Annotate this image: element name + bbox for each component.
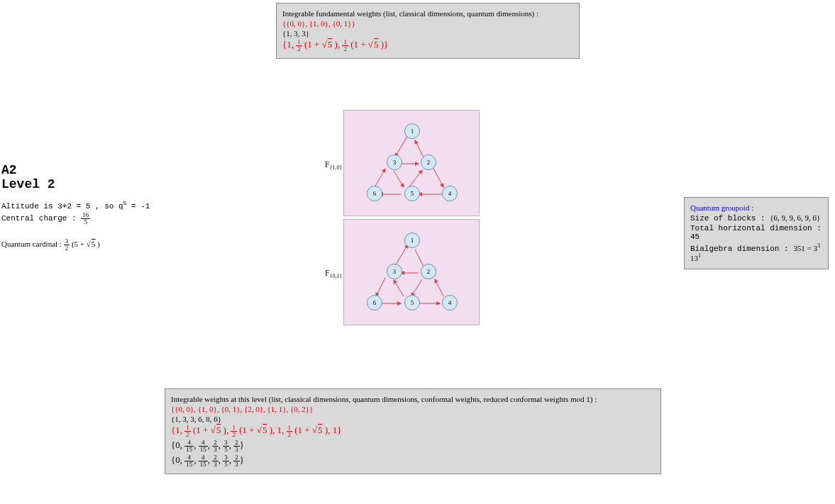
graph-f01: 1 2 3 4 5 6: [343, 219, 480, 325]
f01-sub: {0,1}: [330, 273, 343, 279]
iw-r-f-d: 3: [233, 461, 240, 468]
iw-c-a: 0: [175, 439, 180, 450]
svg-line-12: [394, 280, 404, 296]
central-charge-line: Central charge : 165: [1, 212, 186, 225]
iw-quantum: {1, 12 (1 + √5 ), 12 (1 + √5 ), 1, 12 (1…: [171, 425, 655, 438]
iw-r-e-d: 5: [223, 461, 229, 468]
qg-bialg-base: 351 = 3: [793, 244, 817, 252]
node-5: 5: [404, 186, 420, 201]
iw-r-a: 0: [175, 454, 180, 465]
iw-r-b-d: 15: [184, 461, 194, 468]
iw-c-e-d: 5: [223, 447, 229, 453]
integrable-weights-box: Integrable weights at this level (list, …: [165, 388, 661, 474]
qg-thd: Total horizontal dimension : 45: [690, 224, 822, 241]
iw-r-d-d: 3: [212, 461, 219, 468]
qg-thd-val: 45: [690, 233, 699, 241]
quantum-groupoid-box: Quantum groupoid : Size of blocks : {6, …: [684, 197, 829, 269]
iw-c-b-d: 15: [184, 447, 194, 453]
qc-inner: 5: [74, 240, 79, 248]
qg-bialg-mid: 13: [690, 254, 698, 262]
iw-c-c-d: 15: [199, 447, 208, 453]
node-4: 4: [442, 186, 458, 201]
left-panel: A2 Level 2 Altitude is 3+2 = 5 , so q5 =…: [1, 163, 186, 253]
f01-sym: F: [325, 268, 330, 278]
qg-bialg-e2: 1: [698, 253, 701, 259]
graph-f10: 1 2 3 4 5 6: [343, 110, 480, 216]
altitude-rhs: = -1: [126, 202, 150, 211]
graphs-container: 1 2 3 4 5 6 1 2 3 4 5 6: [343, 110, 482, 328]
svg-line-14: [435, 279, 443, 296]
qg-header: Quantum groupoid :: [690, 203, 822, 212]
iw-r-c-d: 15: [199, 461, 208, 468]
node-1: 1: [404, 123, 420, 139]
node-6: 6: [367, 186, 382, 201]
qg-thd-label: Total horizontal dimension :: [690, 224, 822, 233]
quantum-cardinal-line: Quantum cardinal : 32 (5 + √5 ): [1, 238, 186, 252]
node-6b: 6: [367, 295, 382, 310]
cc-den: 5: [81, 219, 90, 225]
title-a2: A2: [1, 163, 186, 177]
svg-line-9: [395, 245, 408, 266]
qg-blocks-label: Size of blocks :: [690, 214, 770, 223]
qg-blocks: Size of blocks : {6, 9, 9, 6, 9, 6}: [690, 213, 822, 223]
svg-line-13: [411, 279, 422, 296]
fw-classical: {1, 3, 3}: [282, 29, 573, 38]
node-2b: 2: [421, 264, 436, 279]
qg-bialg: Bialgebra dimension : 351 = 33 131: [690, 242, 822, 263]
fw-quantum: {1, 12 (1 + √5 ), 12 (1 + √5 )}: [282, 39, 573, 52]
cc-label: Central charge :: [1, 214, 81, 223]
fw-list: {{0, 0}, {1, 0}, {0, 1}}: [282, 19, 573, 28]
qg-bialg-label: Bialgebra dimension :: [690, 245, 793, 253]
iw-c-f-d: 3: [233, 447, 240, 453]
fw-header: Integrable fundamental weights (list, cl…: [282, 9, 573, 18]
svg-line-17: [376, 278, 385, 296]
f10-sym: F: [325, 159, 330, 169]
qc-sqrt: 5: [91, 240, 96, 248]
svg-line-5: [433, 167, 443, 187]
graph-label-f01: F{0,1}: [325, 268, 342, 279]
iw-c-d-d: 3: [212, 447, 219, 453]
iw-conformal: {0, 415, 415, 23, 35, 23}: [171, 439, 655, 453]
node-2: 2: [421, 155, 436, 170]
qc-label: Quantum cardinal :: [1, 240, 64, 248]
altitude-line: Altitude is 3+2 = 5 , so q5 = -1: [1, 200, 186, 211]
iw-list: {{0, 0}, {1, 0}, {0, 1}, {2, 0}, {1, 1},…: [171, 405, 655, 413]
qg-bialg-e1: 3: [817, 242, 820, 249]
node-1b: 1: [404, 233, 420, 248]
svg-line-0: [395, 135, 408, 157]
qc-den: 2: [64, 245, 70, 252]
graph-label-f10: F{1,0}: [325, 159, 342, 171]
title-level: Level 2: [1, 177, 186, 191]
qg-blocks-val: {6, 9, 9, 6, 9, 6}: [770, 213, 820, 222]
iw-reduced-conformal: {0, 415, 415, 23, 35, 23}: [171, 454, 655, 468]
node-4b: 4: [442, 295, 458, 310]
svg-line-3: [394, 171, 404, 187]
node-3b: 3: [387, 264, 402, 279]
f10-sub: {1,0}: [330, 164, 343, 171]
node-5b: 5: [404, 295, 420, 310]
iw-header: Integrable weights at this level (list, …: [171, 395, 655, 403]
fundamental-weights-box: Integrable fundamental weights (list, cl…: [276, 3, 580, 59]
node-3: 3: [387, 155, 402, 170]
altitude-label: Altitude is 3+2 = 5 , so q: [1, 202, 123, 211]
iw-classical: {1, 3, 3, 6, 8, 6}: [171, 415, 655, 423]
